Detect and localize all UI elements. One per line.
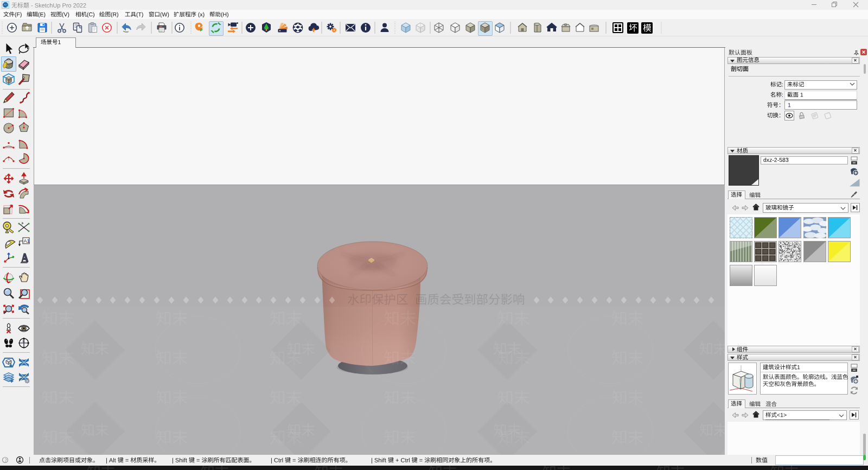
svg-text:A1: A1 xyxy=(24,238,30,244)
svg-text:N: N xyxy=(23,340,25,343)
